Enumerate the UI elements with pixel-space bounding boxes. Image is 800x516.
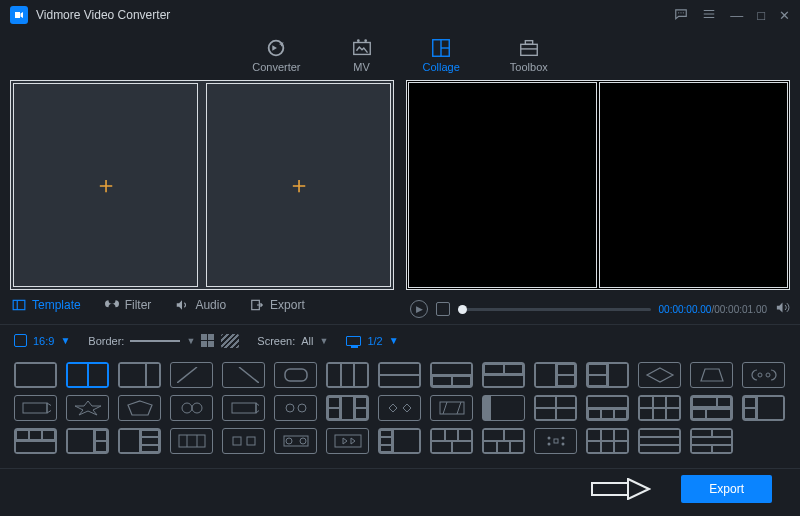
window-controls: — □ ✕ [674, 7, 790, 24]
template-item[interactable] [170, 395, 213, 421]
template-item[interactable] [378, 362, 421, 388]
subtab-filter[interactable]: Filter [105, 298, 152, 312]
template-item[interactable] [638, 362, 681, 388]
template-item[interactable] [534, 362, 577, 388]
template-item[interactable] [690, 428, 733, 454]
svg-rect-29 [232, 403, 256, 413]
template-item[interactable] [430, 428, 473, 454]
close-button[interactable]: ✕ [779, 8, 790, 23]
chevron-down-icon: ▼ [319, 336, 328, 346]
subtab-label: Template [32, 298, 81, 312]
timeline-thumb[interactable] [458, 305, 467, 314]
page-selector[interactable]: 1/2 ▼ [346, 335, 398, 347]
svg-rect-10 [521, 44, 538, 55]
template-item[interactable] [118, 428, 161, 454]
border-pattern-button[interactable] [221, 334, 239, 348]
border-style-preview[interactable] [130, 340, 180, 342]
border-color-picker[interactable] [201, 334, 215, 348]
template-item[interactable] [118, 395, 161, 421]
template-item[interactable] [638, 428, 681, 454]
volume-icon[interactable] [775, 300, 790, 318]
feedback-icon[interactable] [674, 7, 688, 24]
nav-tab-mv[interactable]: MV [351, 37, 373, 73]
svg-marker-46 [351, 438, 355, 444]
template-item[interactable] [586, 362, 629, 388]
aspect-ratio-selector[interactable]: 16:9 ▼ [14, 334, 70, 347]
template-item[interactable] [326, 395, 369, 421]
template-item[interactable] [378, 395, 421, 421]
template-item[interactable] [690, 395, 733, 421]
stop-button[interactable] [436, 302, 450, 316]
template-item[interactable] [274, 362, 317, 388]
svg-point-47 [547, 437, 550, 440]
subtab-audio[interactable]: Audio [175, 298, 226, 312]
template-item[interactable] [274, 395, 317, 421]
nav-tab-toolbox[interactable]: Toolbox [510, 37, 548, 73]
template-item[interactable] [170, 428, 213, 454]
maximize-button[interactable]: □ [757, 8, 765, 23]
template-item[interactable] [222, 428, 265, 454]
svg-rect-44 [335, 435, 361, 447]
svg-rect-23 [23, 403, 47, 413]
template-item[interactable] [482, 362, 525, 388]
minimize-button[interactable]: — [730, 8, 743, 23]
template-item[interactable] [66, 362, 109, 388]
subtab-template[interactable]: Template [12, 298, 81, 312]
app-logo-icon [10, 6, 28, 24]
template-item[interactable] [586, 395, 629, 421]
template-item[interactable] [326, 362, 369, 388]
template-item[interactable] [430, 362, 473, 388]
menu-icon[interactable] [702, 7, 716, 24]
template-item[interactable] [690, 362, 733, 388]
export-button[interactable]: Export [681, 475, 772, 503]
svg-point-48 [561, 437, 564, 440]
svg-point-22 [766, 373, 770, 377]
template-item[interactable] [66, 395, 109, 421]
collage-slot-2[interactable]: ＋ [206, 83, 391, 287]
nav-tab-label: MV [353, 61, 370, 73]
template-item[interactable] [534, 428, 577, 454]
template-item[interactable] [638, 395, 681, 421]
collage-edit-area: ＋ ＋ [10, 80, 394, 290]
template-item[interactable] [534, 395, 577, 421]
svg-rect-13 [13, 300, 25, 309]
template-item[interactable] [66, 428, 109, 454]
bottom-bar: Export [0, 468, 800, 508]
workspace: ＋ ＋ [0, 80, 800, 290]
template-item[interactable] [430, 395, 473, 421]
chevron-down-icon[interactable]: ▼ [186, 336, 195, 346]
template-item[interactable] [118, 362, 161, 388]
screen-selector[interactable]: Screen: All ▼ [257, 335, 328, 347]
timeline-slider[interactable] [458, 308, 651, 311]
subtab-label: Audio [195, 298, 226, 312]
template-item[interactable] [482, 428, 525, 454]
template-item[interactable] [14, 395, 57, 421]
app-title: Vidmore Video Converter [36, 8, 674, 22]
template-item[interactable] [14, 362, 57, 388]
nav-tab-collage[interactable]: Collage [423, 37, 460, 73]
play-button[interactable]: ▶ [410, 300, 428, 318]
template-item[interactable] [222, 395, 265, 421]
template-item[interactable] [222, 362, 265, 388]
template-item[interactable] [586, 428, 629, 454]
template-item[interactable] [14, 428, 57, 454]
subtab-export[interactable]: Export [250, 298, 305, 312]
template-item[interactable] [742, 362, 785, 388]
svg-rect-36 [179, 435, 205, 447]
template-item[interactable] [742, 395, 785, 421]
collage-slot-1[interactable]: ＋ [13, 83, 198, 287]
svg-point-5 [356, 39, 359, 42]
svg-marker-30 [256, 403, 259, 413]
current-time: 00:00:00.00 [659, 304, 712, 315]
monitor-icon [346, 336, 361, 346]
template-item[interactable] [482, 395, 525, 421]
title-bar: Vidmore Video Converter — □ ✕ [0, 0, 800, 30]
svg-point-50 [561, 443, 564, 446]
template-item[interactable] [326, 428, 369, 454]
template-item[interactable] [274, 428, 317, 454]
template-item[interactable] [378, 428, 421, 454]
template-item[interactable] [170, 362, 213, 388]
main-nav: Converter MV Collage Toolbox [0, 30, 800, 80]
svg-line-35 [457, 402, 461, 414]
nav-tab-converter[interactable]: Converter [252, 37, 300, 73]
